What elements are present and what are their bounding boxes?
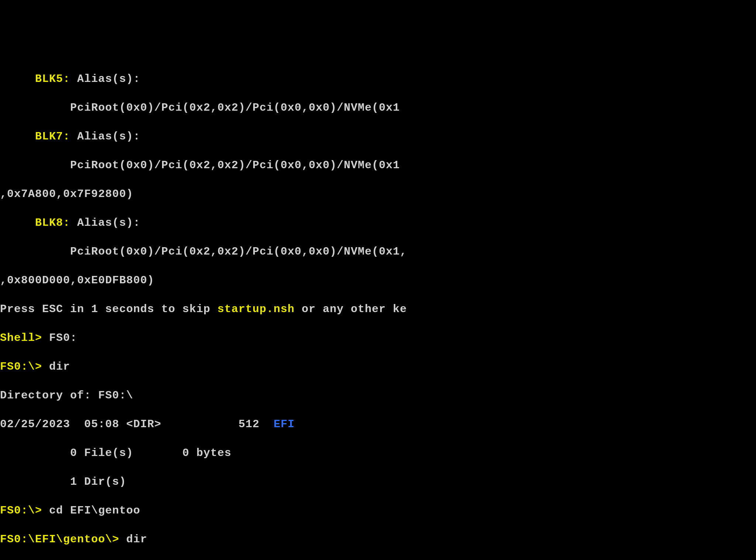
prompt-fs0-2: FS0:\> (0, 504, 49, 517)
prompt-gentoo-1: FS0:\EFI\gentoo\> (0, 533, 126, 546)
shell-line-2: FS0:\> cd EFI\gentoo (0, 504, 756, 518)
blk7-path: PciRoot(0x0)/Pci(0x2,0x2)/Pci(0x0,0x0)/N… (0, 158, 756, 173)
shell-line-1: FS0:\> dir (0, 360, 756, 374)
dir-name-efi: EFI (274, 418, 295, 431)
prompt-shell: Shell> (0, 332, 49, 344)
cmd-dir-2: dir (126, 533, 147, 546)
dirof-1: Directory of: FS0:\ (0, 388, 756, 403)
blk5-alias: Alias(s): (70, 73, 140, 85)
shell-line-3: FS0:\EFI\gentoo\> dir (0, 532, 756, 547)
summary-dirs-1: 1 Dir(s) (0, 475, 756, 489)
cmd-cd: cd EFI\gentoo (49, 504, 140, 517)
devmap-blk8: BLK8: Alias(s): (0, 216, 756, 230)
blk7-alias: Alias(s): (70, 130, 140, 143)
startup-nsh: startup.nsh (217, 303, 295, 315)
row-efi-meta: 02/25/2023 05:08 <DIR> 512 (0, 418, 274, 431)
prompt-fs0-1: FS0:\> (0, 360, 49, 373)
blk7-cont: ,0x7A800,0x7F92800) (0, 187, 756, 201)
efi-shell-terminal[interactable]: BLK5: Alias(s): PciRoot(0x0)/Pci(0x2,0x2… (0, 58, 756, 560)
devmap-blk5: BLK5: Alias(s): (0, 72, 756, 86)
shell-line-0: Shell> FS0: (0, 331, 756, 345)
esc-post: or any other ke (295, 303, 407, 315)
devmap-blk7: BLK7: Alias(s): (0, 129, 756, 144)
blk8-alias: Alias(s): (70, 217, 140, 229)
blk8-cont: ,0x800D000,0xE0DFB800) (0, 273, 756, 288)
esc-line: Press ESC in 1 seconds to skip startup.n… (0, 302, 756, 317)
blk5-label: BLK5: (0, 73, 70, 85)
blk5-path: PciRoot(0x0)/Pci(0x2,0x2)/Pci(0x0,0x0)/N… (0, 101, 756, 115)
blk8-label: BLK8: (0, 217, 70, 229)
blk8-path: PciRoot(0x0)/Pci(0x2,0x2)/Pci(0x0,0x0)/N… (0, 245, 756, 259)
esc-pre: Press ESC in 1 seconds to skip (0, 303, 217, 315)
cmd-fs0: FS0: (49, 332, 77, 344)
blk7-label: BLK7: (0, 130, 70, 143)
summary-files-1: 0 File(s) 0 bytes (0, 446, 756, 460)
cmd-dir-1: dir (49, 360, 70, 373)
dir-row-efi: 02/25/2023 05:08 <DIR> 512 EFI (0, 417, 756, 432)
